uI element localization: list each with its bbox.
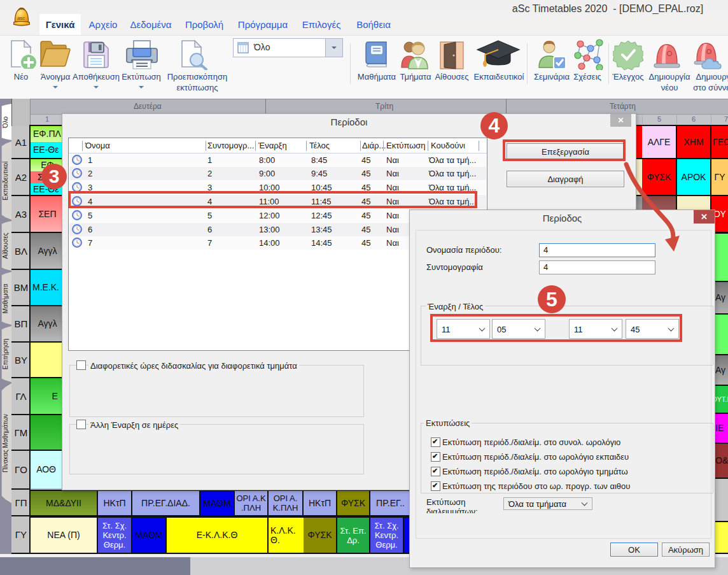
svg-text:asc: asc [17, 15, 25, 21]
